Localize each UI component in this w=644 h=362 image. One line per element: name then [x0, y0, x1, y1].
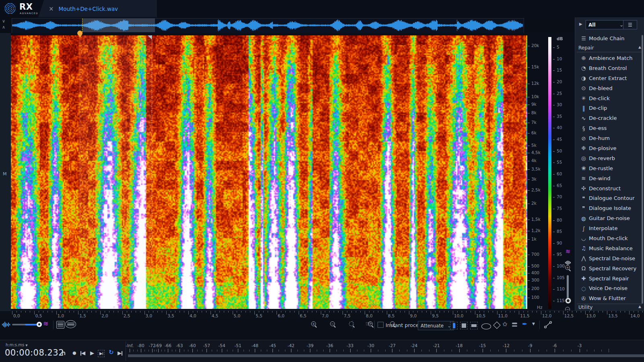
adjacent-bands-tool[interactable] — [512, 323, 517, 327]
module-item-dialogue-isolate[interactable]: ❞Dialogue Isolate — [575, 203, 644, 213]
overview-collapse-icon[interactable]: ∨ — [2, 19, 5, 23]
db-tick — [553, 209, 555, 209]
loop-playback-button[interactable]: ↻ — [109, 350, 114, 355]
zoom-selection-button[interactable] — [349, 321, 355, 327]
overview-expand-icon[interactable]: ∧ — [2, 25, 5, 29]
vertical-spectrogram-blend-icon[interactable]: ≋ — [563, 248, 573, 255]
time-selection-tool[interactable] — [450, 322, 458, 329]
rx-application-window: RX ADVANCED × Mouth+De+Click.wav ∨ ∧ M 2… — [0, 0, 644, 362]
module-item-mouth-de-click[interactable]: ◡Mouth De-click — [575, 233, 644, 243]
time-tick — [514, 311, 515, 313]
playhead-line — [80, 35, 80, 309]
module-item-center-extract[interactable]: ◑Center Extract — [575, 73, 644, 83]
time-ruler[interactable]: 0,00,51,01,52,02,53,03,54,04,55,05,56,06… — [0, 311, 644, 319]
comment-icon[interactable] — [65, 320, 76, 328]
module-item-de-rustle[interactable]: ❀De-rustle — [575, 163, 644, 173]
monitor-headphones-icon[interactable]: ∩ — [61, 350, 66, 356]
record-button[interactable]: ● — [72, 350, 76, 356]
waveform-overview[interactable] — [12, 18, 524, 33]
wave-spectro-blend-knob[interactable] — [37, 322, 42, 327]
module-chain-item[interactable]: ☰ Module Chain — [575, 33, 644, 43]
spectrogram-view-icon[interactable]: ≋ — [43, 320, 48, 327]
go-to-end-button[interactable]: ▶ — [118, 350, 122, 356]
notes-panel-icon[interactable] — [56, 321, 64, 329]
module-item-label: Music Rebalance — [589, 245, 633, 251]
module-item-de-clip[interactable]: ‖De-clip — [575, 103, 644, 113]
level-meter[interactable]: -Inf.-80-72-69-66-63-60-57-54-51-48-45-4… — [128, 340, 644, 362]
module-item-de-bleed[interactable]: ⊙De-bleed — [575, 83, 644, 93]
time-tick — [484, 311, 484, 313]
db-tick — [553, 255, 555, 255]
tab-close-icon[interactable]: × — [49, 5, 54, 12]
module-item-deconstruct[interactable]: ✣Deconstruct — [575, 183, 644, 193]
vertical-zoom-slider-knob[interactable] — [565, 298, 571, 304]
tab-label[interactable]: Mouth+De+Click.wav — [59, 6, 118, 12]
magic-wand-tool[interactable]: ✩ — [502, 321, 508, 328]
vertical-zoom-slider[interactable] — [567, 275, 569, 300]
module-item-interpolate[interactable]: ∫Interpolate — [575, 223, 644, 233]
frequency-tick — [528, 133, 530, 134]
module-filter-select[interactable]: All ⌄ — [586, 20, 626, 29]
module-item-de-crackle[interactable]: ∿De-crackle — [575, 113, 644, 123]
lasso-tool[interactable] — [481, 323, 491, 329]
time-tick — [250, 311, 250, 313]
module-item-de-wind[interactable]: ≋De-wind — [575, 173, 644, 183]
play-button[interactable]: ▶ — [90, 350, 94, 356]
channel-label[interactable]: M — [3, 171, 7, 177]
find-similar-tool[interactable] — [543, 321, 554, 329]
module-item-spectral-de-noise[interactable]: ⋀Spectral De-noise — [575, 253, 644, 263]
instant-process-mode-select[interactable]: Attenuate ⌄ — [418, 321, 454, 330]
instant-process-checkbox[interactable] — [378, 322, 384, 328]
zoom-out-button[interactable]: − — [330, 321, 336, 327]
module-item-spectral-repair[interactable]: ✚Spectral Repair — [575, 274, 644, 284]
vertical-zoom-in-button[interactable]: + — [563, 265, 573, 273]
play-selection-button[interactable]: ▶ — [98, 350, 105, 357]
time-tick-label: 3,0 — [146, 313, 153, 318]
module-item-breath-control[interactable]: ◔Breath Control — [575, 63, 644, 73]
overview-selection-highlight[interactable] — [82, 19, 155, 32]
module-item-de-hum[interactable]: ⊘De-hum — [575, 133, 644, 143]
file-tab[interactable]: × Mouth+De+Click.wav — [38, 0, 157, 17]
time-frequency-selection-tool[interactable] — [460, 322, 468, 329]
module-item-guitar-de-noise[interactable]: ◍Guitar De-noise — [575, 213, 644, 223]
module-item-voice-de-noise[interactable]: ◌Voice De-noise — [575, 283, 644, 293]
module-item-de-reverb[interactable]: ◎De-reverb — [575, 153, 644, 163]
module-item-ambience-match[interactable]: ⊕Ambience Match — [575, 53, 644, 63]
spectrogram-colorbar[interactable] — [548, 37, 551, 309]
playhead-time-display[interactable]: 00:00:08.232 — [5, 348, 64, 358]
time-tick — [466, 311, 466, 313]
module-item-spectral-recovery[interactable]: ΩSpectral Recovery — [575, 263, 644, 274]
module-item-de-plosive[interactable]: ❉De-plosive — [575, 143, 644, 153]
time-selection-region[interactable] — [80, 35, 152, 309]
time-tick — [202, 311, 202, 313]
section-header-repair[interactable]: Repair ▲ — [578, 45, 641, 51]
time-format-selector[interactable]: h:m:s.ms ▼ — [6, 343, 28, 347]
zoom-in-button[interactable]: + — [311, 321, 317, 327]
section-header-utility[interactable]: Utility ▲ — [578, 304, 641, 310]
module-item-de-ess[interactable]: §De-ess — [575, 123, 644, 133]
meter-tick-minor — [227, 350, 227, 352]
vertical-waveform-blend-icon[interactable] — [563, 257, 573, 265]
frequency-selection-tool[interactable] — [470, 322, 478, 329]
feather-brush-tool[interactable]: ✒ — [522, 320, 527, 328]
meter-scale-label: -9 — [528, 343, 532, 348]
brush-tool[interactable] — [493, 321, 500, 329]
waveform-view-icon[interactable] — [2, 322, 10, 327]
time-tick — [87, 311, 87, 313]
module-item-wow-flutter[interactable]: ✇Wow & Flutter — [575, 293, 644, 303]
time-tick — [554, 311, 555, 313]
module-item-music-rebalance[interactable]: ♫Music Rebalance — [575, 243, 644, 253]
meter-tick — [152, 349, 153, 352]
time-tick — [545, 311, 546, 313]
panel-scrollbar[interactable] — [642, 35, 643, 304]
meter-tick — [414, 349, 415, 352]
module-item-dialogue-contour[interactable]: ❝Dialogue Contour — [575, 193, 644, 203]
panel-menu-button[interactable]: ☰ — [623, 20, 637, 29]
go-to-start-button[interactable]: ◀ — [80, 350, 85, 356]
frequency-tick-label: 700 — [531, 252, 539, 257]
hand-tool[interactable]: ☞ — [365, 320, 371, 327]
selection-corner-handle[interactable] — [148, 35, 152, 39]
module-item-de-click[interactable]: ✳De-click — [575, 93, 644, 103]
feather-dropdown-icon[interactable]: ▼ — [532, 322, 535, 326]
module-run-icon[interactable]: ▶ — [579, 22, 582, 26]
